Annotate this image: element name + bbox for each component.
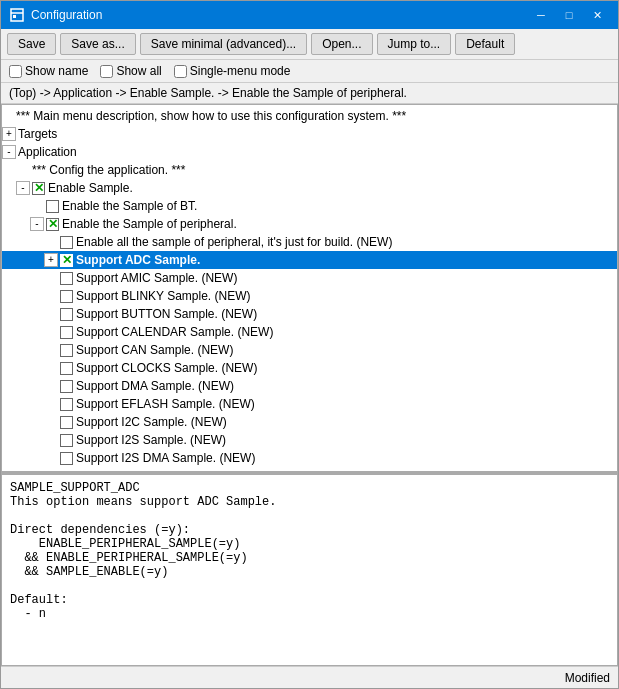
label-support-dma: Support DMA Sample. (NEW) (76, 379, 234, 393)
tree-node-enable-sample-bt[interactable]: Enable the Sample of BT. (2, 197, 617, 215)
save-as-button[interactable]: Save as... (60, 33, 135, 55)
svg-rect-0 (11, 9, 23, 21)
checkbox-support-i2s-dma[interactable] (60, 452, 73, 465)
show-all-option[interactable]: Show all (100, 64, 161, 78)
label-support-i2s-dma: Support I2S DMA Sample. (NEW) (76, 451, 255, 465)
show-name-option[interactable]: Show name (9, 64, 88, 78)
description-text: SAMPLE_SUPPORT_ADC This option means sup… (1, 474, 618, 666)
checkbox-support-eflash[interactable] (60, 398, 73, 411)
checkbox-enable-all-peripheral[interactable] (60, 236, 73, 249)
tree-header-label: *** Main menu description, show how to u… (16, 109, 406, 123)
checkbox-support-amic[interactable] (60, 272, 73, 285)
checkbox-support-calendar[interactable] (60, 326, 73, 339)
label-support-amic: Support AMIC Sample. (NEW) (76, 271, 237, 285)
window-icon (9, 7, 25, 23)
save-minimal-button[interactable]: Save minimal (advanced)... (140, 33, 307, 55)
checkbox-enable-sample[interactable]: ✕ (32, 182, 45, 195)
label-app-desc: *** Config the application. *** (32, 163, 185, 177)
show-name-label: Show name (25, 64, 88, 78)
checkbox-support-adc[interactable]: ✕ (60, 254, 73, 267)
label-support-i2s: Support I2S Sample. (NEW) (76, 433, 226, 447)
label-enable-sample-bt: Enable the Sample of BT. (62, 199, 197, 213)
label-enable-sample: Enable Sample. (48, 181, 133, 195)
checkbox-support-i2c[interactable] (60, 416, 73, 429)
status-bar: Modified (1, 666, 618, 688)
show-all-checkbox[interactable] (100, 65, 113, 78)
label-application: Application (18, 145, 77, 159)
label-enable-all-peripheral: Enable all the sample of peripheral, it'… (76, 235, 392, 249)
label-support-blinky: Support BLINKY Sample. (NEW) (76, 289, 251, 303)
label-enable-peripheral: Enable the Sample of peripheral. (62, 217, 237, 231)
tree-node-enable-sample[interactable]: -✕Enable Sample. (2, 179, 617, 197)
tree-node-support-adc[interactable]: +✕Support ADC Sample. (2, 251, 617, 269)
tree-node-support-blinky[interactable]: Support BLINKY Sample. (NEW) (2, 287, 617, 305)
single-menu-option[interactable]: Single-menu mode (174, 64, 291, 78)
label-targets: Targets (18, 127, 57, 141)
tree-node-support-i2s[interactable]: Support I2S Sample. (NEW) (2, 431, 617, 449)
tree-node-support-eflash[interactable]: Support EFLASH Sample. (NEW) (2, 395, 617, 413)
tree-node-enable-all-peripheral[interactable]: Enable all the sample of peripheral, it'… (2, 233, 617, 251)
window-controls: ─ □ ✕ (528, 5, 610, 25)
svg-rect-2 (13, 15, 16, 18)
default-button[interactable]: Default (455, 33, 515, 55)
checkbox-support-dma[interactable] (60, 380, 73, 393)
checkbox-support-clocks[interactable] (60, 362, 73, 375)
tree-node-support-amic[interactable]: Support AMIC Sample. (NEW) (2, 269, 617, 287)
close-button[interactable]: ✕ (584, 5, 610, 25)
tree-node-support-calendar[interactable]: Support CALENDAR Sample. (NEW) (2, 323, 617, 341)
main-window: Configuration ─ □ ✕ Save Save as... Save… (0, 0, 619, 689)
label-support-i2c: Support I2C Sample. (NEW) (76, 415, 227, 429)
tree-scroll: *** Main menu description, show how to u… (2, 107, 617, 467)
main-area: *** Main menu description, show how to u… (1, 104, 618, 666)
label-support-adc: Support ADC Sample. (76, 253, 200, 267)
tree-node-support-clocks[interactable]: Support CLOCKS Sample. (NEW) (2, 359, 617, 377)
minimize-button[interactable]: ─ (528, 5, 554, 25)
tree-node-enable-peripheral[interactable]: -✕Enable the Sample of peripheral. (2, 215, 617, 233)
label-support-can: Support CAN Sample. (NEW) (76, 343, 233, 357)
expander-targets[interactable]: + (2, 127, 16, 141)
checkbox-enable-sample-bt[interactable] (46, 200, 59, 213)
jump-to-button[interactable]: Jump to... (377, 33, 452, 55)
window-title: Configuration (31, 8, 528, 22)
open-button[interactable]: Open... (311, 33, 372, 55)
checkbox-enable-peripheral[interactable]: ✕ (46, 218, 59, 231)
label-support-clocks: Support CLOCKS Sample. (NEW) (76, 361, 257, 375)
tree-node-application[interactable]: -Application (2, 143, 617, 161)
expander-support-adc[interactable]: + (44, 253, 58, 267)
status-text: Modified (565, 671, 610, 685)
single-menu-checkbox[interactable] (174, 65, 187, 78)
tree-node-support-button[interactable]: Support BUTTON Sample. (NEW) (2, 305, 617, 323)
label-support-button: Support BUTTON Sample. (NEW) (76, 307, 257, 321)
label-support-eflash: Support EFLASH Sample. (NEW) (76, 397, 255, 411)
tree-node-support-can[interactable]: Support CAN Sample. (NEW) (2, 341, 617, 359)
tree-nodes-container: +Targets-Application*** Config the appli… (2, 125, 617, 467)
expander-enable-sample[interactable]: - (16, 181, 30, 195)
toolbar: Save Save as... Save minimal (advanced).… (1, 29, 618, 60)
expander-application[interactable]: - (2, 145, 16, 159)
checkbox-support-can[interactable] (60, 344, 73, 357)
save-button[interactable]: Save (7, 33, 56, 55)
breadcrumb: (Top) -> Application -> Enable Sample. -… (1, 83, 618, 104)
checkbox-support-blinky[interactable] (60, 290, 73, 303)
tree-node-support-i2s-dma[interactable]: Support I2S DMA Sample. (NEW) (2, 449, 617, 467)
maximize-button[interactable]: □ (556, 5, 582, 25)
tree-node-support-i2c[interactable]: Support I2C Sample. (NEW) (2, 413, 617, 431)
expander-enable-peripheral[interactable]: - (30, 217, 44, 231)
single-menu-label: Single-menu mode (190, 64, 291, 78)
tree-node-targets[interactable]: +Targets (2, 125, 617, 143)
options-bar: Show name Show all Single-menu mode (1, 60, 618, 83)
show-all-label: Show all (116, 64, 161, 78)
tree-container[interactable]: *** Main menu description, show how to u… (1, 104, 618, 472)
checkbox-support-button[interactable] (60, 308, 73, 321)
show-name-checkbox[interactable] (9, 65, 22, 78)
label-support-calendar: Support CALENDAR Sample. (NEW) (76, 325, 273, 339)
tree-panel: *** Main menu description, show how to u… (1, 104, 618, 474)
checkbox-support-i2s[interactable] (60, 434, 73, 447)
description-panel: SAMPLE_SUPPORT_ADC This option means sup… (1, 474, 618, 666)
tree-node-support-dma[interactable]: Support DMA Sample. (NEW) (2, 377, 617, 395)
tree-node-app-desc[interactable]: *** Config the application. *** (2, 161, 617, 179)
title-bar: Configuration ─ □ ✕ (1, 1, 618, 29)
tree-header: *** Main menu description, show how to u… (2, 107, 617, 125)
